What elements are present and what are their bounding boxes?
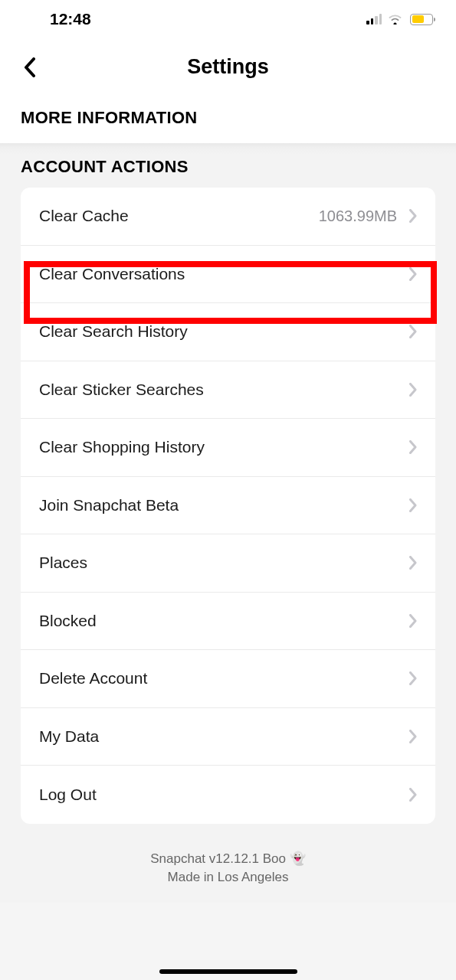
back-button[interactable] [14,52,44,83]
clear-cache-row[interactable]: Clear Cache 1063.99MB [21,188,435,246]
chevron-right-icon [409,556,417,570]
battery-icon [410,14,433,25]
clear-search-history-row[interactable]: Clear Search History [21,303,435,361]
row-label: Blocked [39,612,409,630]
delete-account-row[interactable]: Delete Account [21,650,435,708]
app-version-footer: Snapchat v12.12.1 Boo 👻 Made in Los Ange… [0,824,456,903]
chevron-right-icon [409,730,417,743]
cache-size-value: 1063.99MB [319,207,397,225]
log-out-row[interactable]: Log Out [21,766,435,824]
places-row[interactable]: Places [21,534,435,593]
chevron-right-icon [409,267,417,281]
chevron-right-icon [409,614,417,628]
home-indicator [159,969,297,974]
row-label: Log Out [39,786,409,804]
row-label: Clear Shopping History [39,438,409,456]
row-label: Join Snapchat Beta [39,496,409,514]
clear-shopping-history-row[interactable]: Clear Shopping History [21,419,435,477]
chevron-right-icon [409,325,417,338]
wifi-icon [388,14,402,24]
chevron-right-icon [409,671,417,685]
row-label: Places [39,554,409,572]
clear-conversations-row[interactable]: Clear Conversations [21,246,435,304]
page-title: Settings [0,55,456,79]
row-label: My Data [39,727,409,746]
chevron-right-icon [409,209,417,223]
join-snapchat-beta-row[interactable]: Join Snapchat Beta [21,477,435,535]
row-label: Clear Conversations [39,265,409,283]
cellular-signal-icon [366,14,382,24]
status-icons [366,14,433,25]
row-label: Clear Cache [39,207,319,225]
chevron-right-icon [409,498,417,512]
version-line: Snapchat v12.12.1 Boo 👻 [0,850,456,869]
clear-sticker-searches-row[interactable]: Clear Sticker Searches [21,361,435,420]
row-label: Delete Account [39,669,409,688]
nav-header: Settings [0,38,456,96]
status-bar: 12:48 [0,0,456,38]
section-header-account-actions: ACCOUNT ACTIONS [0,157,456,188]
chevron-right-icon [409,440,417,454]
chevron-right-icon [409,788,417,802]
my-data-row[interactable]: My Data [21,708,435,766]
status-time: 12:48 [50,10,91,28]
row-label: Clear Sticker Searches [39,381,409,399]
section-header-more-information: MORE INFORMATION [0,96,456,143]
row-label: Clear Search History [39,322,409,341]
made-in-line: Made in Los Angeles [0,868,456,887]
account-actions-list: Clear Cache 1063.99MB Clear Conversation… [21,188,435,824]
blocked-row[interactable]: Blocked [21,593,435,651]
chevron-left-icon [24,57,35,77]
chevron-right-icon [409,383,417,397]
